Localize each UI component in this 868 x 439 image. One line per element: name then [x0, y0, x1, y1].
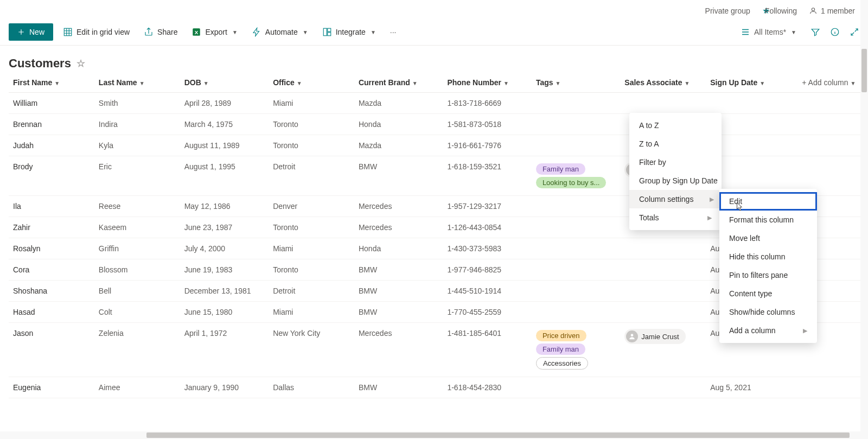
cell-tags: [532, 302, 620, 323]
cell-phone: 1-977-946-8825: [443, 259, 531, 281]
menu-column-settings-label: Column settings: [639, 195, 693, 203]
col-last-name[interactable]: Last Name▼: [94, 73, 180, 93]
cell-brand: Mazda: [354, 93, 443, 114]
overflow-button[interactable]: ···: [386, 24, 401, 40]
col-first-name-label: First Name: [13, 78, 52, 87]
submenu-format[interactable]: Format this column: [719, 211, 817, 229]
new-button[interactable]: New: [9, 23, 53, 41]
submenu-pin[interactable]: Pin to filters pane: [719, 266, 817, 284]
submenu-content-type[interactable]: Content type: [719, 284, 817, 303]
share-button[interactable]: Share: [139, 24, 182, 40]
table-row[interactable]: JudahKylaAugust 11, 1989TorontoMazda1-91…: [9, 135, 868, 156]
cell-phone: 1-126-443-0854: [443, 217, 531, 238]
submenu-show-hide-label: Show/hide columns: [729, 308, 795, 316]
cell-sales-associate: Jamie Crust: [620, 323, 706, 377]
col-dob[interactable]: DOB▼: [180, 73, 269, 93]
cell-office: Detroit: [269, 156, 354, 196]
cell-brand: Mazda: [354, 135, 443, 156]
submenu-add-column[interactable]: Add a column▶: [719, 321, 817, 340]
chevron-down-icon: ▼: [760, 80, 765, 86]
following-button[interactable]: ★ Following: [762, 5, 797, 16]
menu-filter-by[interactable]: Filter by: [629, 153, 722, 171]
cell-office: Toronto: [269, 217, 354, 238]
menu-totals[interactable]: Totals▶: [629, 208, 722, 227]
chevron-down-icon: ▼: [556, 80, 561, 86]
menu-z-to-a[interactable]: Z to A: [629, 135, 722, 153]
menu-group-by[interactable]: Group by Sign Up Date: [629, 171, 722, 190]
export-button[interactable]: X Export ▼: [187, 24, 241, 40]
cell-dob: April 1, 1972: [180, 323, 269, 377]
cell-first-name: Judah: [9, 135, 94, 156]
members-button[interactable]: 1 member: [809, 7, 855, 15]
cell-phone: 1-957-129-3217: [443, 196, 531, 217]
cell-dob: May 12, 1986: [180, 196, 269, 217]
avatar-icon: [626, 330, 638, 342]
vertical-scrollbar[interactable]: [860, 0, 868, 439]
view-selector[interactable]: All Items* ▼: [736, 24, 801, 40]
chevron-down-icon: ▼: [303, 29, 308, 35]
col-sales-assoc[interactable]: Sales Associate▼: [620, 73, 706, 93]
filter-icon[interactable]: [810, 27, 820, 37]
chevron-down-icon: ▼: [791, 29, 796, 35]
table-row[interactable]: BrennanIndiraMarch 4, 1975TorontoHonda1-…: [9, 114, 868, 135]
automate-button[interactable]: Automate ▼: [247, 24, 312, 40]
cell-dob: June 23, 1987: [180, 217, 269, 238]
submenu-edit[interactable]: Edit: [719, 192, 817, 211]
cell-sales-associate: [620, 238, 706, 259]
menu-group-by-label: Group by Sign Up Date: [639, 176, 718, 185]
col-tags-label: Tags: [536, 78, 553, 87]
cell-brand: Mercedes: [354, 217, 443, 238]
favorite-star-icon[interactable]: ☆: [76, 58, 85, 69]
scrollbar-thumb[interactable]: [861, 49, 867, 92]
cell-first-name: Rosalyn: [9, 238, 94, 259]
table-row[interactable]: WilliamSmithApril 28, 1989MiamiMazda1-81…: [9, 93, 868, 114]
person-pill: Jamie Crust: [624, 329, 685, 344]
cell-office: Miami: [269, 302, 354, 323]
edit-grid-button[interactable]: Edit in grid view: [59, 24, 134, 40]
share-label: Share: [157, 28, 177, 36]
integrate-button[interactable]: Integrate ▼: [318, 24, 380, 40]
cell-phone: 1-618-159-3521: [443, 156, 531, 196]
menu-a-to-z[interactable]: A to Z: [629, 116, 722, 135]
submenu-format-label: Format this column: [729, 215, 794, 224]
cell-dob: December 13, 1981: [180, 281, 269, 302]
new-label: New: [29, 28, 44, 36]
add-column-label: Add column: [808, 78, 848, 87]
cell-last-name: Blossom: [94, 259, 180, 281]
menu-z-to-a-label: Z to A: [639, 139, 659, 148]
table-row[interactable]: EugeniaAimeeJanuary 9, 1990DallasBMW1-61…: [9, 377, 868, 398]
cell-first-name: Eugenia: [9, 377, 94, 398]
col-office[interactable]: Office▼: [269, 73, 354, 93]
add-column-button[interactable]: + Add column▼: [797, 73, 868, 93]
share-icon: [144, 27, 154, 37]
col-phone[interactable]: Phone Number▼: [443, 73, 531, 93]
cell-last-name: Eric: [94, 156, 180, 196]
tag-pill: Family man: [536, 343, 585, 355]
svg-text:X: X: [195, 29, 199, 35]
cell-sales-associate: [620, 302, 706, 323]
chevron-right-icon: ▶: [710, 196, 714, 203]
col-tags[interactable]: Tags▼: [532, 73, 620, 93]
cell-first-name: Brody: [9, 156, 94, 196]
horizontal-scrollbar[interactable]: [0, 431, 860, 439]
col-first-name[interactable]: First Name▼: [9, 73, 94, 93]
submenu-move-left[interactable]: Move left: [719, 229, 817, 247]
expand-icon[interactable]: [850, 27, 859, 37]
scrollbar-thumb[interactable]: [146, 432, 850, 438]
cell-office: Toronto: [269, 259, 354, 281]
edit-grid-label: Edit in grid view: [76, 28, 130, 36]
chevron-down-icon: ▼: [203, 80, 209, 86]
info-icon[interactable]: [830, 27, 840, 37]
svg-rect-1: [64, 28, 72, 36]
menu-column-settings[interactable]: Column settings▶: [629, 190, 722, 208]
cell-phone: 1-770-455-2559: [443, 302, 531, 323]
cell-office: New York City: [269, 323, 354, 377]
col-signup[interactable]: Sign Up Date▼: [706, 73, 797, 93]
submenu-show-hide[interactable]: Show/hide columns: [719, 303, 817, 321]
integrate-icon: [322, 27, 332, 37]
col-signup-label: Sign Up Date: [710, 78, 757, 87]
submenu-hide[interactable]: Hide this column: [719, 247, 817, 266]
cell-last-name: Aimee: [94, 377, 180, 398]
cell-tags: [532, 259, 620, 281]
col-brand[interactable]: Current Brand▼: [354, 73, 443, 93]
